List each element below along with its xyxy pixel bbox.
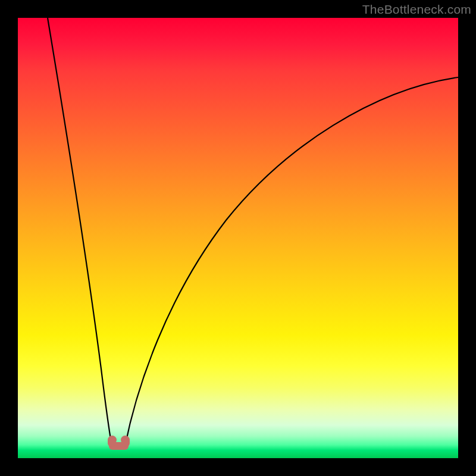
watermark-text: TheBottleneck.com <box>362 2 471 17</box>
chart-frame: TheBottleneck.com <box>0 0 476 476</box>
plot-area <box>18 18 458 458</box>
curves-svg <box>18 18 458 458</box>
curve-left-branch <box>48 18 112 446</box>
curve-right-branch <box>125 77 458 446</box>
min-marker-right-stem <box>122 438 130 447</box>
min-marker-left-stem <box>108 438 115 447</box>
